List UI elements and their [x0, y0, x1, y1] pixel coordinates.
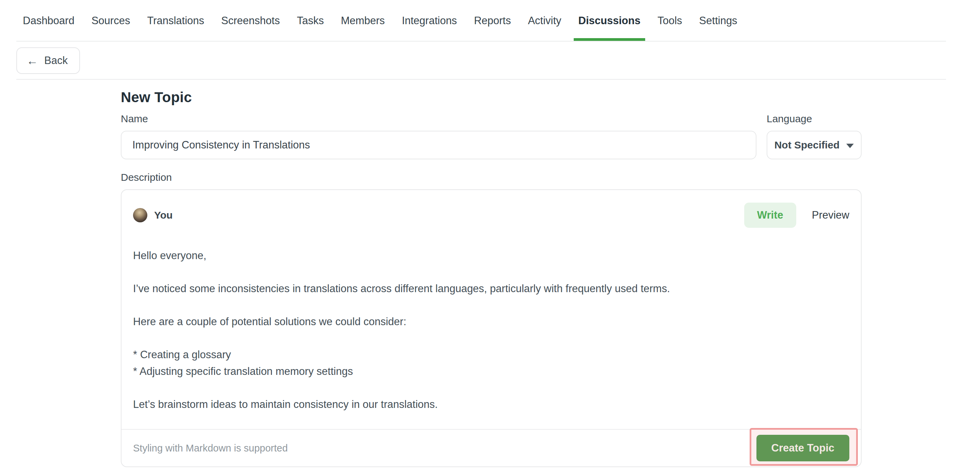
list-line: * Adjusting specific translation memory …: [133, 365, 353, 377]
tab-tasks[interactable]: Tasks: [297, 0, 324, 42]
tab-integrations[interactable]: Integrations: [402, 0, 457, 42]
nav-items: Dashboard Sources Translations Screensho…: [0, 0, 980, 42]
tab-activity[interactable]: Activity: [528, 0, 561, 42]
language-select-value: Not Specified: [775, 139, 840, 151]
create-topic-button[interactable]: Create Topic: [756, 435, 850, 462]
tab-write[interactable]: Write: [744, 203, 796, 228]
tab-reports[interactable]: Reports: [474, 0, 511, 42]
language-field-group: Language Not Specified: [767, 113, 862, 159]
paragraph: Here are a couple of potential solutions…: [133, 313, 850, 330]
page-title: New Topic: [121, 89, 862, 105]
back-button-label: Back: [44, 54, 68, 67]
submit-wrap: Create Topic: [756, 435, 850, 462]
language-label: Language: [767, 113, 862, 125]
arrow-left-icon: ←: [27, 55, 38, 66]
tab-translations[interactable]: Translations: [147, 0, 204, 42]
author-name: You: [154, 209, 172, 221]
paragraph: Let’s brainstorm ideas to maintain consi…: [133, 396, 850, 413]
tab-preview[interactable]: Preview: [812, 209, 850, 221]
paragraph-list: * Creating a glossary * Adjusting specif…: [133, 346, 850, 380]
toolbar-divider: [16, 79, 946, 80]
name-label: Name: [121, 113, 756, 125]
paragraph: I’ve noticed some inconsistencies in tra…: [133, 280, 850, 297]
tab-members[interactable]: Members: [341, 0, 385, 42]
language-select[interactable]: Not Specified: [767, 131, 862, 159]
name-language-row: Name Language Not Specified: [121, 113, 862, 159]
description-label: Description: [121, 172, 862, 183]
back-button[interactable]: ← Back: [16, 47, 80, 74]
top-nav: Dashboard Sources Translations Screensho…: [0, 0, 980, 42]
tab-screenshots[interactable]: Screenshots: [221, 0, 280, 42]
editor-tabs: Write Preview: [744, 203, 850, 228]
markdown-hint: Styling with Markdown is supported: [133, 442, 288, 454]
editor-footer: Styling with Markdown is supported Creat…: [121, 429, 861, 466]
editor-header: You Write Preview: [121, 190, 861, 228]
tab-sources[interactable]: Sources: [92, 0, 130, 42]
comment-author: You: [133, 208, 172, 222]
description-editor-card: You Write Preview Hello everyone, I’ve n…: [121, 189, 862, 467]
new-topic-form: New Topic Name Language Not Specified De…: [121, 89, 862, 467]
list-line: * Creating a glossary: [133, 349, 231, 361]
tab-discussions[interactable]: Discussions: [579, 0, 641, 42]
tab-dashboard[interactable]: Dashboard: [23, 0, 75, 42]
name-field-group: Name: [121, 113, 756, 159]
avatar: [133, 208, 147, 222]
back-toolbar: ← Back: [0, 42, 980, 80]
tab-settings[interactable]: Settings: [699, 0, 737, 42]
tab-tools[interactable]: Tools: [657, 0, 682, 42]
paragraph: Hello everyone,: [133, 247, 850, 264]
description-text-area[interactable]: Hello everyone, I’ve noticed some incons…: [121, 228, 861, 413]
topic-name-input[interactable]: [121, 131, 756, 159]
chevron-down-icon: [846, 144, 854, 148]
